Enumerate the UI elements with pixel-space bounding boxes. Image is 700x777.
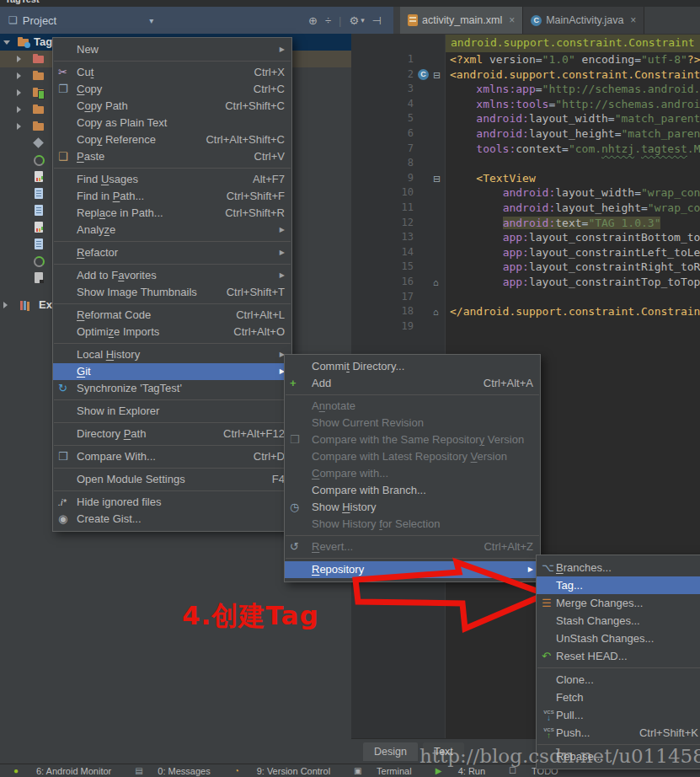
menu-item-reset-head[interactable]: ↶Reset HEAD... bbox=[537, 647, 700, 665]
line-number: 13 bbox=[351, 230, 445, 245]
code-line: android:text="TAG 1.0.3" bbox=[450, 216, 700, 231]
gear-icon[interactable]: ⚙ bbox=[349, 14, 359, 27]
menu-item-label: Analyze bbox=[77, 222, 115, 238]
fold-close-icon[interactable]: ⌂ bbox=[433, 277, 439, 287]
menu-item-fetch[interactable]: Fetch bbox=[537, 689, 700, 706]
menu-item-replace-in-path[interactable]: Replace in Path...Ctrl+Shift+R bbox=[53, 205, 291, 222]
statusbar-item-9-version-control[interactable]: ◔9: Version Control bbox=[234, 766, 330, 776]
menu-item-compare-with[interactable]: Compare with... bbox=[285, 465, 540, 482]
menu-item-find-usages[interactable]: Find UsagesAlt+F7 bbox=[53, 171, 291, 188]
editor-context-breadcrumb: android.support.constraint.Constraint bbox=[446, 34, 700, 52]
gear-arrow-icon[interactable]: ▾ bbox=[361, 16, 365, 24]
menu-item-reformat-code[interactable]: Reformat CodeCtrl+Alt+L bbox=[53, 307, 291, 324]
collapse-arrow-icon[interactable] bbox=[17, 56, 21, 62]
collapse-arrow-icon[interactable] bbox=[17, 106, 21, 113]
dropdown-arrow-icon[interactable]: ▾ bbox=[149, 16, 153, 25]
statusbar-item-4-run[interactable]: ▶4: Run bbox=[435, 766, 485, 776]
menu-item-show-current-revision[interactable]: Show Current Revision bbox=[285, 415, 540, 431]
menu-item-hide-ignored-files[interactable]: .i*Hide ignored files bbox=[53, 494, 291, 511]
editor-mode-tab-text[interactable]: Text bbox=[423, 742, 464, 761]
code-line bbox=[450, 156, 700, 171]
menu-item-compare-with-the-same-repository-version[interactable]: ❒Compare with the Same Repository Versio… bbox=[285, 431, 540, 448]
menu-item-annotate[interactable]: Annotate bbox=[285, 398, 540, 415]
statusbar-item-terminal[interactable]: ▣Terminal bbox=[354, 766, 412, 776]
menu-item-copy-reference[interactable]: Copy ReferenceCtrl+Alt+Shift+C bbox=[53, 131, 291, 148]
menu-item-copy[interactable]: ❐CopyCtrl+C bbox=[53, 81, 291, 98]
menu-item-optimize-imports[interactable]: Optimize ImportsCtrl+Alt+O bbox=[53, 324, 291, 340]
menu-item-repository[interactable]: Repository▶ bbox=[285, 561, 540, 578]
menu-item-show-history-for-selection[interactable]: Show History for Selection bbox=[285, 516, 540, 533]
menu-item-pull[interactable]: VCS↓Pull... bbox=[537, 706, 700, 724]
menu-item-revert[interactable]: ↺Revert...Ctrl+Alt+Z bbox=[285, 539, 540, 555]
menu-item-merge-changes[interactable]: ☰Merge Changes... bbox=[537, 594, 700, 612]
menu-item-rebase[interactable]: Rebase... bbox=[537, 748, 700, 765]
menu-item-paste[interactable]: ❑PasteCtrl+V bbox=[53, 148, 291, 165]
menu-item-cut[interactable]: ✂CutCtrl+X bbox=[53, 64, 291, 81]
menu-item-new[interactable]: New▶ bbox=[53, 41, 291, 58]
project-panel-title[interactable]: Project bbox=[23, 14, 56, 27]
menu-item-unstash-changes[interactable]: UnStash Changes... bbox=[537, 630, 700, 647]
locate-icon[interactable]: ⊕ bbox=[308, 14, 318, 27]
editor-mode-tab-design[interactable]: Design bbox=[363, 742, 418, 761]
menu-item-open-module-settings[interactable]: Open Module SettingsF4 bbox=[53, 471, 291, 488]
fold-open-icon[interactable]: ⊟ bbox=[433, 174, 441, 184]
fold-open-icon[interactable]: ⊟ bbox=[433, 70, 441, 80]
folder-app-icon bbox=[32, 86, 45, 99]
menu-item-label: Show in Explorer bbox=[77, 403, 159, 420]
menu-item-analyze[interactable]: Analyze▶ bbox=[53, 222, 291, 238]
line-number: 11 bbox=[351, 201, 445, 216]
menu-item-tag[interactable]: Tag... bbox=[537, 576, 700, 594]
editor-tab-mainactivity-java[interactable]: MainActivity.java× bbox=[523, 7, 644, 34]
menu-item-directory-path[interactable]: Directory PathCtrl+Alt+F12 bbox=[53, 426, 291, 442]
expand-arrow-icon[interactable] bbox=[3, 40, 10, 45]
fold-close-icon[interactable]: ⌂ bbox=[433, 307, 439, 317]
menu-item-clone[interactable]: Clone... bbox=[537, 671, 700, 689]
menu-item-compare-with-latest-repository-version[interactable]: Compare with Latest Repository Version bbox=[285, 448, 540, 465]
menu-item-local-history[interactable]: Local History▶ bbox=[53, 346, 291, 363]
menu-item-commit-directory[interactable]: Commit Directory... bbox=[285, 358, 540, 375]
editor-tab-activity-main-xml[interactable]: activity_main.xml× bbox=[400, 7, 523, 34]
menu-item-label: Reformat Code bbox=[77, 307, 151, 324]
menu-item-copy-path[interactable]: Copy PathCtrl+Shift+C bbox=[53, 98, 291, 115]
menu-item-refactor[interactable]: Refactor▶ bbox=[53, 244, 291, 261]
menu-item-label: Commit Directory... bbox=[312, 358, 404, 375]
menu-item-label: Copy bbox=[77, 81, 102, 98]
menu-item-copy-as-plain-text[interactable]: Copy as Plain Text bbox=[53, 115, 291, 131]
collapse-arrow-icon[interactable] bbox=[17, 89, 21, 96]
statusbar-label: 0: Messages bbox=[158, 766, 210, 776]
menu-item-create-gist[interactable]: ◉Create Gist... bbox=[53, 511, 291, 528]
menu-item-stash-changes[interactable]: Stash Changes... bbox=[537, 612, 700, 630]
code-line: app:layout_constraintBottom_toBottomOf="… bbox=[450, 230, 700, 245]
menu-item-show-history[interactable]: ◷Show History bbox=[285, 499, 540, 516]
menu-separator bbox=[54, 264, 291, 265]
menu-item-compare-with[interactable]: ❒Compare With...Ctrl+D bbox=[53, 448, 291, 465]
menu-item-label: UnStash Changes... bbox=[556, 630, 654, 647]
collapse-arrow-icon[interactable] bbox=[17, 123, 21, 130]
plain-file-icon bbox=[32, 271, 45, 285]
menu-item-branches[interactable]: ⌥Branches... bbox=[537, 559, 700, 576]
compare-dim-icon: ❒ bbox=[290, 431, 312, 448]
menu-item-compare-with-branch[interactable]: Compare with Branch... bbox=[285, 482, 540, 499]
menu-item-git[interactable]: Git▶ bbox=[53, 363, 291, 380]
menu-item-shortcut: Ctrl+Shift+C bbox=[206, 98, 285, 115]
git-file-icon bbox=[32, 137, 45, 150]
collapse-arrow-icon[interactable] bbox=[3, 302, 8, 308]
menu-item-synchronize-tagtest[interactable]: ↻Synchronize 'TagTest' bbox=[53, 380, 291, 397]
close-tab-icon[interactable]: × bbox=[630, 14, 636, 26]
menu-item-label: Paste bbox=[77, 148, 104, 165]
hide-panel-icon[interactable]: ⊣ bbox=[372, 14, 382, 27]
menu-item-label: Refactor bbox=[77, 244, 118, 261]
menu-item-add[interactable]: +AddCtrl+Alt+A bbox=[285, 375, 540, 392]
todo-icon: ☐ bbox=[509, 766, 527, 775]
menu-item-show-in-explorer[interactable]: Show in Explorer bbox=[53, 403, 291, 420]
menu-item-add-to-favorites[interactable]: Add to Favorites▶ bbox=[53, 267, 291, 284]
collapse-arrow-icon[interactable] bbox=[17, 72, 21, 79]
statusbar-item-6-android-monitor[interactable]: ●6: Android Monitor bbox=[13, 766, 111, 776]
menu-item-find-in-path[interactable]: Find in Path...Ctrl+Shift+F bbox=[53, 188, 291, 205]
code-area[interactable]: <?xml version="1.0" encoding="utf-8"?><a… bbox=[446, 52, 700, 334]
menu-item-show-image-thumbnails[interactable]: Show Image ThumbnailsCtrl+Shift+T bbox=[53, 284, 291, 301]
collapse-all-icon[interactable]: ÷ bbox=[325, 14, 331, 27]
statusbar-item-0-messages[interactable]: ▤0: Messages bbox=[135, 766, 210, 776]
menu-item-push[interactable]: VCS↑Push...Ctrl+Shift+K bbox=[537, 724, 700, 742]
close-tab-icon[interactable]: × bbox=[509, 14, 515, 26]
